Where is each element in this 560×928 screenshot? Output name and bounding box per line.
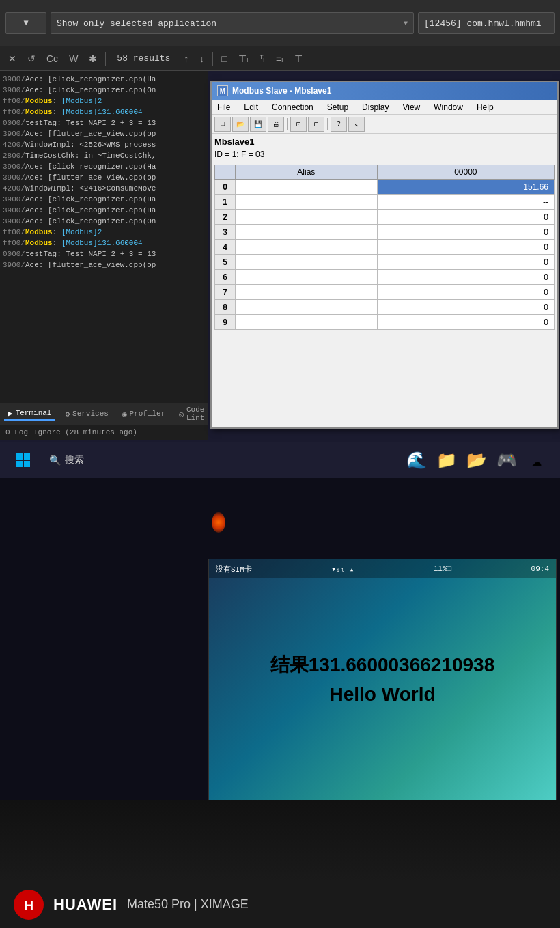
windows-logo-icon xyxy=(15,452,31,468)
huawei-logo: H xyxy=(14,890,44,920)
refresh-button[interactable]: ↺ xyxy=(25,52,38,66)
log-line: 4200/WindowImpl: <2416>ConsumeMove xyxy=(3,183,206,194)
result-display: 结果131.66000366210938 xyxy=(270,652,495,678)
close-button[interactable]: ✕ xyxy=(5,52,19,66)
log-line: 0000/testTag: Test NAPI 2 + 3 = 13 xyxy=(3,249,206,259)
w-button[interactable]: W xyxy=(66,52,81,66)
table-row[interactable]: 0151.66 xyxy=(215,180,555,195)
row-value: 0 xyxy=(377,240,554,255)
modbus-menu-file[interactable]: File xyxy=(214,100,233,114)
modbus-menu-edit[interactable]: Edit xyxy=(241,100,261,114)
log-line: ff00/Modbus: [Modbus]131.660004 xyxy=(3,107,206,117)
layout-btn-1[interactable]: □ xyxy=(219,52,229,66)
row-alias xyxy=(236,225,378,240)
row-alias xyxy=(236,270,378,285)
windows-search[interactable]: 🔍 搜索 xyxy=(44,451,89,469)
log-line: 3900/Ace: [flutter_ace_view.cpp(op xyxy=(3,259,206,270)
top-bar: ▼ Show only selected application ▼ [1245… xyxy=(0,0,560,46)
profiler-icon: ◉ xyxy=(122,410,127,419)
row-value: 0 xyxy=(377,225,554,240)
modbus-title-bar: M Modbus Slave - Mbslave1 xyxy=(212,82,557,100)
app-id-display: [12456] com.hmwl.hmhmi xyxy=(418,12,555,34)
filter-button[interactable]: ⊤ xyxy=(292,52,305,66)
table-row[interactable]: 50 xyxy=(215,255,555,270)
tab-terminal[interactable]: ▶ Terminal xyxy=(4,408,55,421)
modbus-data-table: Alias 00000 0151.661--2030405060708090 xyxy=(214,165,555,330)
star-button[interactable]: ✱ xyxy=(86,52,100,66)
chevron-down-icon: ▼ xyxy=(404,20,408,27)
terminal-label: Terminal xyxy=(16,409,52,417)
modbus-menu-view[interactable]: View xyxy=(400,100,423,114)
cursor-tool-btn[interactable]: ↖ xyxy=(348,117,365,132)
taskbar-icon-folder[interactable]: 📂 xyxy=(464,448,489,473)
disconnect-tool-btn[interactable]: ⊟ xyxy=(308,117,324,132)
layout-btn-4[interactable]: ≡ᵢ xyxy=(273,52,286,66)
table-row[interactable]: 80 xyxy=(215,300,555,315)
layout-btn-2[interactable]: ⊤ᵢ xyxy=(236,52,251,66)
print-tool-btn[interactable]: 🖨 xyxy=(268,117,284,132)
phone-content: 结果131.66000366210938 Hello World xyxy=(209,578,556,778)
log-bottom-bar: ▶ Terminal ⚙ Services ◉ Profiler ◎ Code … xyxy=(0,403,208,425)
open-tool-btn[interactable]: 📂 xyxy=(232,117,249,132)
new-tool-btn[interactable]: □ xyxy=(214,117,231,132)
huawei-branding-bar: H HUAWEI Mate50 Pro | XIMAGE xyxy=(0,881,560,928)
status-bar: 0 Log Ignore (28 minutes ago) xyxy=(0,425,208,440)
taskbar-icon-game[interactable]: 🎮 xyxy=(494,448,519,473)
log-line: 3900/Ace: [click_recognizer.cpp(On xyxy=(3,85,206,96)
terminal-icon: ▶ xyxy=(8,409,13,418)
modbus-menu-setup[interactable]: Setup xyxy=(324,100,351,114)
taskbar-icon-cloud[interactable]: ☁️ xyxy=(524,448,549,473)
prev-result-button[interactable]: ↑ xyxy=(181,52,191,66)
app-filter-dropdown[interactable]: Show only selected application ▼ xyxy=(51,12,414,34)
toolbar-separator-2 xyxy=(212,52,213,66)
row-alias xyxy=(236,240,378,255)
modbus-id-line: ID = 1: F = 03 xyxy=(214,150,555,159)
services-icon: ⚙ xyxy=(65,410,70,419)
layout-btn-3[interactable]: ᵀᵢ xyxy=(257,52,268,66)
row-value: 0 xyxy=(377,300,554,315)
services-label: Services xyxy=(72,410,109,418)
table-row[interactable]: 40 xyxy=(215,240,555,255)
tool-separator-1 xyxy=(287,118,288,130)
modbus-menu-help[interactable]: Help xyxy=(474,100,496,114)
modbus-menu-display[interactable]: Display xyxy=(359,100,391,114)
code-lint-label: Code Lint xyxy=(186,406,204,422)
tab-code-lint[interactable]: ◎ Code Lint xyxy=(175,404,208,423)
next-result-button[interactable]: ↓ xyxy=(197,52,207,66)
table-row[interactable]: 90 xyxy=(215,315,555,330)
log-line: ff00/Modbus: [Modbus]131.660004 xyxy=(3,238,206,249)
signal-icon: ▾ᵢₗ ▴ xyxy=(331,565,354,574)
modbus-window-icon: M xyxy=(217,85,228,96)
col-header-addr: 00000 xyxy=(377,165,554,180)
ambient-light-effect xyxy=(212,512,225,533)
taskbar-icon-files[interactable]: 📁 xyxy=(434,448,459,473)
connect-tool-btn[interactable]: ⊡ xyxy=(290,117,307,132)
cc-button[interactable]: Cc xyxy=(44,52,61,66)
windows-taskbar: 🔍 搜索 🌊 📁 📂 🎮 ☁️ xyxy=(0,442,560,478)
table-row[interactable]: 60 xyxy=(215,270,555,285)
app-filter-label: Show only selected application xyxy=(57,18,216,29)
log-area: 3900/Ace: [click_recognizer.cpp(Ha3900/A… xyxy=(0,71,208,412)
table-row[interactable]: 70 xyxy=(215,285,555,300)
log-line: 2800/TimeCostChk: in ~TimeCostChk, xyxy=(3,150,206,161)
taskbar-icon-browser[interactable]: 🌊 xyxy=(404,448,429,473)
table-row[interactable]: 20 xyxy=(215,210,555,225)
huawei-logo-icon: H xyxy=(15,891,42,918)
modbus-menu-window[interactable]: Window xyxy=(431,100,466,114)
help-tool-btn[interactable]: ? xyxy=(331,117,347,132)
tool-separator-2 xyxy=(327,118,328,130)
huawei-model-name: Mate50 Pro | XIMAGE xyxy=(127,897,249,912)
small-dropdown[interactable]: ▼ xyxy=(5,12,46,34)
table-row[interactable]: 30 xyxy=(215,225,555,240)
time-display: 09:4 xyxy=(531,565,549,573)
save-tool-btn[interactable]: 💾 xyxy=(250,117,266,132)
tab-services[interactable]: ⚙ Services xyxy=(61,408,112,420)
hello-world-text: Hello World xyxy=(329,684,435,705)
log-line: 3900/Ace: [flutter_ace_view.cpp(op xyxy=(3,128,206,139)
windows-start-button[interactable] xyxy=(11,448,36,473)
tab-profiler[interactable]: ◉ Profiler xyxy=(118,408,169,420)
no-sim-label: 没有SIM卡 xyxy=(216,564,252,574)
modbus-menu-connection[interactable]: Connection xyxy=(269,100,316,114)
table-row[interactable]: 1-- xyxy=(215,195,555,210)
toolbar-separator-1 xyxy=(105,52,106,66)
